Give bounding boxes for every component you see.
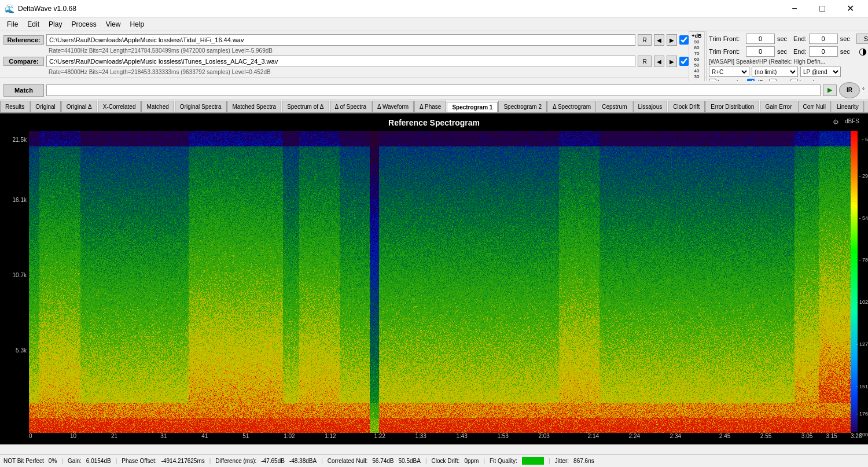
correlated-null-value: 56.74dB bbox=[372, 458, 393, 464]
bit-perfect-pct: 0% bbox=[49, 458, 57, 464]
x-2:14: 2:14 bbox=[588, 433, 599, 439]
menu-view[interactable]: View bbox=[101, 19, 126, 30]
tab-spectrum-delta[interactable]: Spectrum of Δ bbox=[282, 101, 329, 112]
menu-process[interactable]: Process bbox=[67, 19, 101, 30]
vol-40: 40 bbox=[694, 68, 700, 73]
y-label-10k: 10.7k bbox=[13, 272, 27, 278]
clock-drift-label: Clock Drift: bbox=[431, 458, 459, 464]
end-label: End: bbox=[793, 35, 807, 42]
tab-original-delta[interactable]: Original Δ bbox=[61, 101, 97, 112]
tab-delta-spectrogram[interactable]: Δ Spectrogram bbox=[547, 101, 596, 112]
compare-arrow-right[interactable]: ▶ bbox=[667, 56, 677, 67]
spectrogram-canvas bbox=[29, 131, 851, 433]
scale-label-127: - 127 bbox=[856, 341, 868, 347]
vol-60: 60 bbox=[694, 57, 700, 62]
ir-button[interactable]: IR bbox=[839, 82, 860, 98]
compare-channel-btn[interactable]: R bbox=[638, 56, 652, 67]
close-button[interactable]: ✕ bbox=[837, 0, 863, 17]
x-21: 21 bbox=[111, 433, 117, 439]
end-label2: End: bbox=[793, 48, 807, 55]
vol-70: 70 bbox=[694, 51, 700, 56]
reference-path-input[interactable] bbox=[46, 34, 635, 46]
reference-channel-btn[interactable]: R bbox=[638, 34, 652, 46]
reference-arrow-right[interactable]: ▶ bbox=[667, 34, 677, 46]
compare-checkbox[interactable] bbox=[679, 57, 689, 66]
tab-lissajous[interactable]: Lissajous bbox=[633, 101, 668, 112]
dbfs-label: dBFS bbox=[845, 118, 859, 124]
end-input1[interactable] bbox=[809, 34, 838, 44]
menubar: File Edit Play Process View Help bbox=[0, 17, 868, 31]
phase-offset-value: -4914.217625ms bbox=[161, 458, 205, 464]
menu-play[interactable]: Play bbox=[44, 19, 67, 30]
compare-row: Compare: R ◀ ▶ bbox=[3, 55, 689, 68]
tab-delta-waveform[interactable]: Δ Waveform bbox=[372, 101, 414, 112]
scale-label-102: - 102 bbox=[856, 299, 868, 305]
tab-delta-spectra[interactable]: Δ of Spectra bbox=[330, 101, 372, 112]
lp-end-select1[interactable]: LP @end bbox=[800, 67, 841, 77]
end-input2[interactable] bbox=[809, 46, 838, 57]
fit-quality-label: Fit Quality: bbox=[490, 458, 517, 464]
wasapi-row: [WASAPI] Speaker/HP (Realtek: High Defin… bbox=[709, 58, 866, 65]
theme-icon[interactable]: ◑ bbox=[859, 46, 867, 57]
gain-label: Gain: bbox=[68, 458, 82, 464]
tab-cepstrum[interactable]: Cepstrum bbox=[597, 101, 632, 112]
no-limit-select1[interactable]: (no limit) bbox=[752, 67, 798, 77]
minimize-button[interactable]: − bbox=[781, 0, 808, 17]
tab-xcorrelated[interactable]: X-Correlated bbox=[98, 101, 141, 112]
tab-linearity[interactable]: Linearity bbox=[832, 101, 864, 112]
tab-error-dist[interactable]: Error Distribution bbox=[705, 101, 759, 112]
compare-label[interactable]: Compare: bbox=[3, 57, 44, 66]
reference-label[interactable]: Reference: bbox=[3, 35, 44, 45]
tab-original-spectra[interactable]: Original Spectra bbox=[175, 101, 227, 112]
x-2:24: 2:24 bbox=[629, 433, 640, 439]
reference-arrow-left[interactable]: ◀ bbox=[654, 34, 664, 46]
x-10: 10 bbox=[70, 433, 76, 439]
tab-corr-null[interactable]: Corr Null bbox=[798, 101, 831, 112]
trim-front-label: Trim Front: bbox=[709, 35, 744, 42]
menu-file[interactable]: File bbox=[2, 19, 23, 30]
trim-front-input2[interactable] bbox=[746, 46, 775, 57]
filter-select1[interactable]: R+CRC bbox=[709, 67, 749, 77]
main-spectrogram-area: Reference Spectrogram ⚙ dBFS 21.5k 16.1k… bbox=[0, 113, 868, 444]
tab-spectrogram2[interactable]: Spectrogram 2 bbox=[498, 101, 547, 112]
vol-90: 90 bbox=[694, 39, 700, 45]
y-label-5k: 5.3k bbox=[16, 347, 27, 354]
tab-matched-spectra[interactable]: Matched Spectra bbox=[227, 101, 282, 112]
spectrogram-settings-icon[interactable]: ⚙ bbox=[833, 118, 839, 126]
match-button[interactable]: Match bbox=[3, 84, 44, 97]
db-label: +dB bbox=[692, 33, 701, 39]
tab-gain-error[interactable]: Gain Error bbox=[760, 101, 797, 112]
x-2:34: 2:34 bbox=[670, 433, 681, 439]
scale-label-78: - 78 bbox=[859, 257, 868, 263]
filter-row1: R+CRC (no limit) LP @end bbox=[709, 67, 866, 77]
show-button[interactable]: Show bbox=[856, 34, 868, 44]
statusbar: NOT Bit Perfect 0% | Gain: 6.0154dB | Ph… bbox=[0, 454, 868, 467]
x-1:22: 1:22 bbox=[374, 433, 385, 439]
maximize-button[interactable]: □ bbox=[809, 0, 836, 17]
tab-spectrogram1[interactable]: Spectrogram 1 bbox=[447, 102, 498, 113]
trim-front-row1: Trim Front: sec End: sec Show bbox=[709, 34, 866, 44]
tab-results[interactable]: Results bbox=[0, 101, 30, 112]
gain-value: 6.0154dB bbox=[86, 458, 111, 464]
menu-help[interactable]: Help bbox=[126, 19, 149, 30]
reference-checkbox[interactable] bbox=[679, 35, 689, 45]
trim-front-input1[interactable] bbox=[746, 34, 775, 44]
x-51: 51 bbox=[242, 433, 249, 439]
vol-30: 30 bbox=[694, 74, 700, 79]
tabs: Results Original Original Δ X-Correlated… bbox=[0, 100, 868, 113]
compare-path-input[interactable] bbox=[46, 56, 635, 67]
jitter-value: 867.6ns bbox=[573, 458, 594, 464]
tab-delta-phase[interactable]: Δ Phase bbox=[414, 101, 446, 112]
tab-original[interactable]: Original bbox=[30, 101, 60, 112]
compare-arrow-left[interactable]: ◀ bbox=[654, 56, 664, 67]
trim-front-row2: Trim Front: sec End: sec ◑ A ⚙ bbox=[709, 46, 866, 57]
phase-offset-label: Phase Offset: bbox=[122, 458, 156, 464]
tab-df-metric[interactable]: DF Metric bbox=[865, 101, 868, 112]
menu-edit[interactable]: Edit bbox=[23, 19, 44, 30]
jitter-label: Jitter: bbox=[555, 458, 569, 464]
match-play-button[interactable]: ▶ bbox=[823, 84, 837, 96]
match-area: Match ▶ IR ° bbox=[0, 81, 868, 100]
trim-front-label2: Trim Front: bbox=[709, 48, 744, 55]
tab-clock-drift[interactable]: Clock Drift bbox=[668, 101, 705, 112]
tab-matched[interactable]: Matched bbox=[141, 101, 174, 112]
